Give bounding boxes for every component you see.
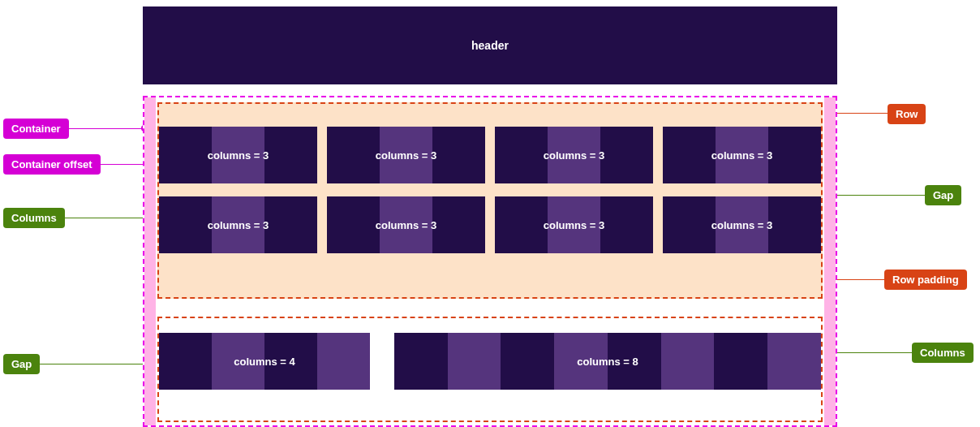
row1-cell-5: columns = 3 <box>159 196 317 253</box>
cell-label: columns = 3 <box>208 149 269 162</box>
cell-label: columns = 3 <box>208 219 269 231</box>
row-2: columns = 4 columns = 8 <box>157 317 823 422</box>
cell-label: columns = 3 <box>544 219 605 231</box>
row1-cell-6: columns = 3 <box>327 196 485 253</box>
cell-label: columns = 3 <box>711 219 773 231</box>
row1-cell-7: columns = 3 <box>495 196 653 253</box>
cell-label: columns = 3 <box>544 149 605 162</box>
row2-cell-2: columns = 8 <box>394 333 821 390</box>
header: header <box>143 6 837 84</box>
label-container: Container <box>3 119 69 139</box>
container-offset-right <box>824 97 836 425</box>
label-container-offset: Container offset <box>3 154 101 175</box>
stage: header columns = 3 columns = 3 columns =… <box>143 6 837 421</box>
label-gap-right: Gap <box>925 185 961 205</box>
label-columns-right: Columns <box>912 343 974 363</box>
cell-label: columns = 3 <box>376 149 437 162</box>
header-text: header <box>471 39 509 52</box>
cell-label: columns = 4 <box>234 356 295 368</box>
cell-label: columns = 8 <box>577 356 638 368</box>
cell-label: columns = 3 <box>376 219 437 231</box>
label-row: Row <box>888 104 926 124</box>
row1-cell-4: columns = 3 <box>663 127 821 183</box>
row2-cell-1: columns = 4 <box>159 333 370 390</box>
container-offset-left <box>144 97 156 425</box>
row1-cell-8: columns = 3 <box>663 196 821 253</box>
row1-cell-2: columns = 3 <box>327 127 485 183</box>
container: columns = 3 columns = 3 columns = 3 colu… <box>143 96 837 427</box>
row-1: columns = 3 columns = 3 columns = 3 colu… <box>157 102 823 299</box>
cell-label: columns = 3 <box>711 149 773 162</box>
row1-cell-1: columns = 3 <box>159 127 317 183</box>
row1-cell-3: columns = 3 <box>495 127 653 183</box>
line-container <box>63 128 144 129</box>
label-row-padding: Row padding <box>884 270 967 290</box>
label-columns-left: Columns <box>3 208 65 228</box>
